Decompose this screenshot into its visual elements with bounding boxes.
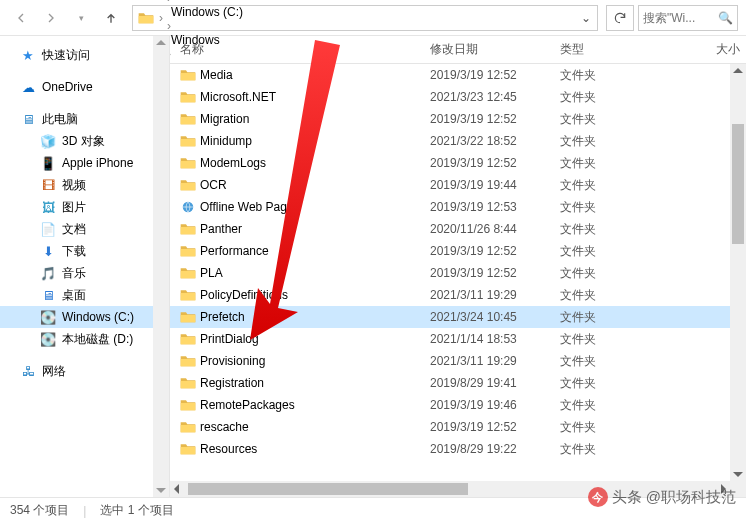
file-row[interactable]: PrintDialog2021/1/14 18:53文件夹 <box>170 328 746 350</box>
search-input[interactable] <box>643 11 718 25</box>
file-name: RemotePackages <box>200 398 295 412</box>
address-bar[interactable]: › 此电脑›Windows (C:)›Windows› ⌄ <box>132 5 598 31</box>
file-name: PLA <box>200 266 223 280</box>
file-type: 文件夹 <box>554 419 634 436</box>
star-icon: ★ <box>20 47 36 63</box>
status-bar: 354 个项目 | 选中 1 个项目 <box>0 497 746 523</box>
sidebar-item-label: 视频 <box>62 177 86 194</box>
horizontal-scrollbar[interactable] <box>170 481 730 497</box>
breadcrumb-item[interactable]: Windows (C:) <box>165 5 249 19</box>
file-row[interactable]: Media2019/3/19 12:52文件夹 <box>170 64 746 86</box>
file-date: 2019/3/19 12:52 <box>424 156 554 170</box>
sidebar-item[interactable]: 🎵音乐 <box>0 262 169 284</box>
sidebar-item-label: 下载 <box>62 243 86 260</box>
file-row[interactable]: Minidump2021/3/22 18:52文件夹 <box>170 130 746 152</box>
sidebar-item[interactable]: 💽本地磁盘 (D:) <box>0 328 169 350</box>
file-type: 文件夹 <box>554 89 634 106</box>
sidebar-item[interactable]: 🖥桌面 <box>0 284 169 306</box>
file-date: 2019/3/19 12:52 <box>424 266 554 280</box>
sidebar-item[interactable]: 🎞视频 <box>0 174 169 196</box>
back-button[interactable] <box>8 5 34 31</box>
col-name[interactable]: 名称 <box>174 41 424 58</box>
sidebar-item[interactable]: 🖧网络 <box>0 360 169 382</box>
sidebar-item-label: 桌面 <box>62 287 86 304</box>
sidebar-item[interactable]: 📱Apple iPhone <box>0 152 169 174</box>
file-type: 文件夹 <box>554 133 634 150</box>
file-type: 文件夹 <box>554 243 634 260</box>
file-type: 文件夹 <box>554 331 634 348</box>
sidebar-scrollbar[interactable] <box>153 36 169 497</box>
refresh-button[interactable] <box>606 5 634 31</box>
scrollbar-thumb[interactable] <box>732 124 744 244</box>
file-row[interactable]: Migration2019/3/19 12:52文件夹 <box>170 108 746 130</box>
sidebar-item[interactable]: 🖼图片 <box>0 196 169 218</box>
file-row[interactable]: RemotePackages2019/3/19 19:46文件夹 <box>170 394 746 416</box>
col-type[interactable]: 类型 <box>554 41 634 58</box>
forward-button[interactable] <box>38 5 64 31</box>
sidebar-item[interactable]: ⬇下载 <box>0 240 169 262</box>
toolbar: ▾ › 此电脑›Windows (C:)›Windows› ⌄ 🔍 <box>0 0 746 36</box>
file-row[interactable]: rescache2019/3/19 12:52文件夹 <box>170 416 746 438</box>
sidebar-item[interactable]: 🧊3D 对象 <box>0 130 169 152</box>
file-name: ModemLogs <box>200 156 266 170</box>
file-type: 文件夹 <box>554 67 634 84</box>
main-area: ★快速访问☁OneDrive🖥此电脑🧊3D 对象📱Apple iPhone🎞视频… <box>0 36 746 497</box>
file-date: 2021/3/23 12:45 <box>424 90 554 104</box>
content-pane: 名称 修改日期 类型 大小 Media2019/3/19 12:52文件夹Mic… <box>170 36 746 497</box>
file-row[interactable]: Panther2020/11/26 8:44文件夹 <box>170 218 746 240</box>
file-date: 2019/8/29 19:41 <box>424 376 554 390</box>
file-row[interactable]: PLA2019/3/19 12:52文件夹 <box>170 262 746 284</box>
dl-icon: ⬇ <box>40 243 56 259</box>
file-row[interactable]: Prefetch2021/3/24 10:45文件夹 <box>170 306 746 328</box>
up-button[interactable] <box>98 5 124 31</box>
file-name: Media <box>200 68 233 82</box>
addr-folder-icon <box>137 9 155 27</box>
chevron-right-icon[interactable]: › <box>157 11 165 25</box>
sidebar-item-label: 文档 <box>62 221 86 238</box>
file-row[interactable]: ModemLogs2019/3/19 12:52文件夹 <box>170 152 746 174</box>
status-total: 354 个项目 <box>10 502 69 519</box>
file-row[interactable]: OCR2019/3/19 19:44文件夹 <box>170 174 746 196</box>
sidebar-item-label: 网络 <box>42 363 66 380</box>
search-box[interactable]: 🔍 <box>638 5 738 31</box>
file-name: Performance <box>200 244 269 258</box>
file-name: OCR <box>200 178 227 192</box>
file-row[interactable]: Resources2019/8/29 19:22文件夹 <box>170 438 746 460</box>
recent-dropdown[interactable]: ▾ <box>68 5 94 31</box>
file-name: Minidump <box>200 134 252 148</box>
file-date: 2020/11/26 8:44 <box>424 222 554 236</box>
sidebar-item[interactable]: 💽Windows (C:) <box>0 306 169 328</box>
file-name: Panther <box>200 222 242 236</box>
file-row[interactable]: Provisioning2021/3/11 19:29文件夹 <box>170 350 746 372</box>
file-type: 文件夹 <box>554 155 634 172</box>
file-name: Migration <box>200 112 249 126</box>
file-row[interactable]: Performance2019/3/19 12:52文件夹 <box>170 240 746 262</box>
hscrollbar-thumb[interactable] <box>188 483 468 495</box>
file-row[interactable]: Registration2019/8/29 19:41文件夹 <box>170 372 746 394</box>
file-row[interactable]: Microsoft.NET2021/3/23 12:45文件夹 <box>170 86 746 108</box>
address-dropdown[interactable]: ⌄ <box>577 11 595 25</box>
sidebar-item[interactable]: 📄文档 <box>0 218 169 240</box>
file-name: Provisioning <box>200 354 265 368</box>
chevron-right-icon[interactable]: › <box>165 19 173 33</box>
sidebar-item[interactable]: ★快速访问 <box>0 44 169 66</box>
vertical-scrollbar[interactable] <box>730 64 746 481</box>
file-type: 文件夹 <box>554 177 634 194</box>
file-type: 文件夹 <box>554 221 634 238</box>
cloud-icon: ☁ <box>20 79 36 95</box>
sidebar-item-label: 音乐 <box>62 265 86 282</box>
col-date[interactable]: 修改日期 <box>424 41 554 58</box>
sidebar-item[interactable]: 🖥此电脑 <box>0 108 169 130</box>
file-row[interactable]: Offline Web Pages2019/3/19 12:53文件夹 <box>170 196 746 218</box>
disk-icon: 💽 <box>40 331 56 347</box>
video-icon: 🎞 <box>40 177 56 193</box>
file-date: 2019/3/19 19:44 <box>424 178 554 192</box>
file-type: 文件夹 <box>554 265 634 282</box>
file-name: PolicyDefinitions <box>200 288 288 302</box>
file-row[interactable]: PolicyDefinitions2021/3/11 19:29文件夹 <box>170 284 746 306</box>
file-date: 2021/3/11 19:29 <box>424 288 554 302</box>
sidebar-item-label: OneDrive <box>42 80 93 94</box>
sidebar-item[interactable]: ☁OneDrive <box>0 76 169 98</box>
file-date: 2019/3/19 12:52 <box>424 112 554 126</box>
col-size[interactable]: 大小 <box>634 41 746 58</box>
